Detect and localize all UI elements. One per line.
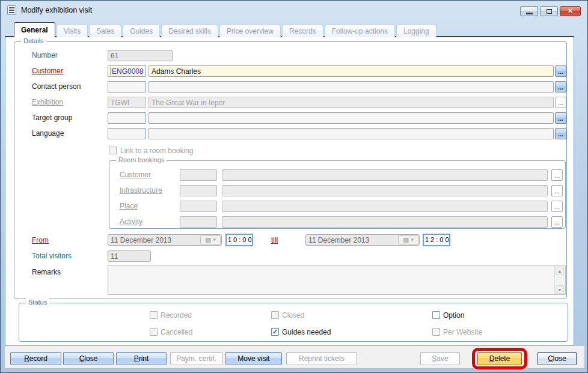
room-customer-lookup-button: ...: [551, 169, 563, 181]
till-calendar-dropdown: ▦ ▾: [398, 235, 418, 244]
dialog-window: Modify exhibition visit ✕ General Visits…: [0, 0, 588, 373]
language-lookup-button[interactable]: ...: [555, 128, 566, 139]
text-caret: [111, 67, 111, 75]
remarks-textarea[interactable]: ▲ ▼: [108, 265, 566, 295]
print-button[interactable]: Print: [116, 352, 167, 365]
link-room-booking-checkbox: [109, 147, 117, 154]
from-time-field[interactable]: 10:00: [225, 234, 253, 246]
till-label[interactable]: till: [271, 236, 278, 245]
close-icon: ✕: [568, 8, 573, 14]
customer-lookup-button[interactable]: ...: [555, 65, 566, 77]
checkmark-icon: ✓: [272, 329, 278, 335]
contact-person-lookup-button[interactable]: ...: [555, 81, 566, 92]
room-place-name-field: [222, 201, 548, 212]
exhibition-code-field: TGWI: [108, 97, 146, 108]
remarks-scrollbar[interactable]: ▲ ▼: [554, 267, 565, 294]
room-place-label: Place: [120, 202, 138, 211]
cancelled-label: Cancelled: [161, 328, 192, 337]
recorded-checkbox: [150, 311, 158, 319]
tab-records[interactable]: Records: [282, 25, 323, 37]
close-button-left[interactable]: Close: [63, 352, 114, 365]
minimize-button[interactable]: [520, 6, 538, 16]
room-bookings-legend: Room bookings: [116, 156, 167, 163]
room-infrastructure-label: Infrastructure: [120, 186, 162, 195]
number-field: 61: [108, 50, 173, 61]
tab-guides[interactable]: Guides: [123, 25, 160, 37]
target-group-code-field[interactable]: [108, 112, 146, 124]
scroll-up-icon[interactable]: ▲: [556, 267, 564, 275]
room-infrastructure-code-field: [180, 185, 217, 196]
dropdown-arrow-icon: ▾: [213, 237, 216, 243]
tab-general[interactable]: General: [14, 22, 55, 37]
till-date-field: 11 December 2013 ▦ ▾: [305, 234, 420, 246]
from-label[interactable]: From: [32, 236, 49, 245]
save-button: Save: [420, 352, 460, 365]
details-group-legend: Details: [21, 37, 46, 44]
language-code-field[interactable]: [108, 128, 146, 139]
target-group-label: Target group: [32, 114, 72, 123]
delete-button[interactable]: Delete: [477, 352, 522, 365]
customer-code-field[interactable]: ENG0008: [108, 65, 146, 77]
maximize-button[interactable]: [540, 6, 558, 16]
tab-logging[interactable]: Logging: [396, 25, 436, 37]
window-controls: ✕: [520, 6, 581, 16]
dropdown-arrow-icon: ▾: [411, 237, 414, 243]
maximize-icon: [547, 9, 552, 14]
payment-certificate-button: Paym. certif.: [170, 352, 222, 365]
tab-visits[interactable]: Visits: [57, 25, 88, 37]
room-activity-label: Activity: [120, 217, 142, 226]
tab-desired-skills[interactable]: Desired skills: [161, 25, 218, 37]
room-activity-lookup-button: ...: [551, 216, 563, 228]
target-group-lookup-button[interactable]: ...: [555, 112, 566, 124]
number-label: Number: [32, 51, 58, 60]
calendar-icon: ▦: [205, 237, 211, 243]
from-calendar-dropdown: ▦ ▾: [200, 235, 221, 244]
room-activity-name-field: [222, 216, 548, 228]
exhibition-lookup-button: ...: [555, 97, 566, 108]
record-button[interactable]: Record: [10, 352, 61, 365]
guides-needed-label: Guides needed: [282, 328, 331, 337]
customer-label[interactable]: Customer: [32, 67, 63, 76]
tab-follow-up-actions[interactable]: Follow-up actions: [325, 25, 395, 37]
scroll-down-icon[interactable]: ▼: [556, 285, 564, 294]
option-checkbox[interactable]: [432, 311, 440, 319]
room-customer-code-field: [180, 169, 217, 181]
room-customer-name-field: [222, 169, 548, 181]
tab-price-overview[interactable]: Price overview: [219, 25, 281, 37]
contact-person-label: Contact person: [32, 82, 81, 91]
link-room-booking-label: Link to a room booking: [120, 147, 193, 156]
move-visit-button[interactable]: Move visit: [225, 352, 282, 365]
close-button-right[interactable]: Close: [537, 352, 577, 365]
customer-name-field[interactable]: Adams Charles: [149, 65, 554, 77]
per-website-label: Per Website: [443, 328, 482, 337]
from-date-value: 11 December 2013: [111, 236, 171, 244]
customer-code-value: ENG0008: [112, 67, 144, 76]
till-date-value: 11 December 2013: [308, 236, 369, 244]
window-title: Modify exhibition visit: [21, 6, 92, 14]
calendar-icon: ▦: [403, 237, 409, 243]
cancelled-checkbox: [150, 328, 158, 336]
language-name-field[interactable]: [149, 128, 554, 139]
language-label: Language: [32, 129, 64, 138]
tab-sales[interactable]: Sales: [89, 25, 121, 37]
till-time-field[interactable]: 12:00: [423, 234, 450, 246]
contact-person-name-field[interactable]: [149, 81, 554, 92]
minimize-icon: [526, 13, 533, 14]
status-group-legend: Status: [26, 299, 49, 306]
room-activity-code-field: [180, 216, 217, 228]
exhibition-name-field: The Great War in Ieper: [149, 97, 554, 108]
exhibition-label: Exhibition: [32, 98, 63, 107]
guides-needed-checkbox[interactable]: ✓: [271, 328, 279, 336]
close-window-button[interactable]: ✕: [560, 6, 581, 16]
total-visitors-label: Total visitors: [32, 252, 72, 261]
from-date-field: 11 December 2013 ▦ ▾: [108, 234, 222, 246]
room-place-code-field: [180, 201, 217, 212]
total-visitors-field: 11: [108, 250, 151, 262]
reprint-tickets-button: Reprint tickets: [286, 352, 357, 365]
contact-person-code-field[interactable]: [108, 81, 146, 92]
target-group-name-field[interactable]: [149, 112, 554, 124]
room-customer-label: Customer: [120, 171, 151, 180]
room-infrastructure-lookup-button: ...: [551, 185, 563, 196]
title-bar: Modify exhibition visit ✕: [1, 1, 587, 20]
closed-checkbox: [271, 311, 279, 319]
